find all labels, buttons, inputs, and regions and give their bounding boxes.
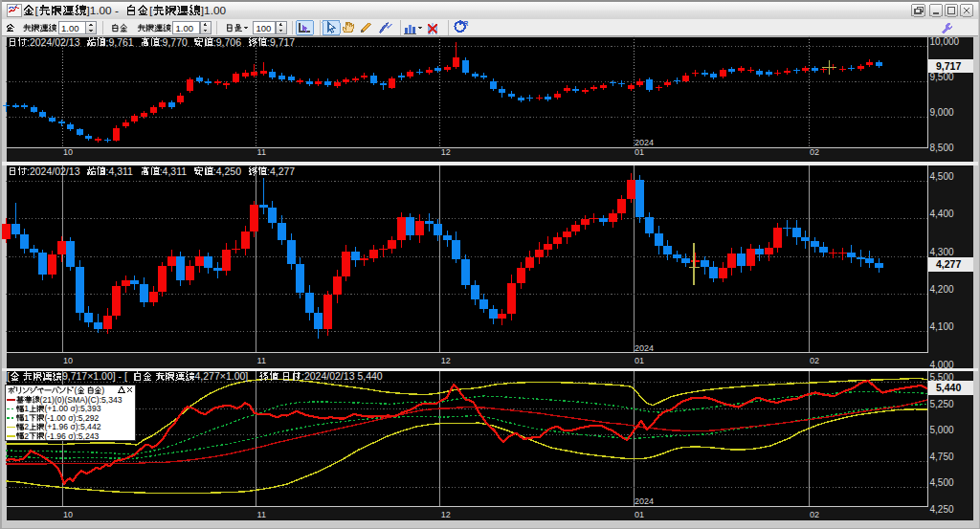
svg-text:4,300: 4,300 — [930, 247, 954, 257]
svg-text:11: 11 — [257, 356, 266, 365]
svg-text:4,277: 4,277 — [936, 258, 961, 270]
svg-text:2024: 2024 — [635, 496, 654, 506]
svg-text:): ) — [101, 386, 104, 395]
svg-text::9,770: :9,770 — [160, 36, 188, 48]
svg-text:(-1.96 σ):5,243: (-1.96 σ):5,243 — [44, 431, 99, 441]
svg-text:2024: 2024 — [635, 138, 654, 147]
svg-text:01: 01 — [635, 356, 644, 365]
svg-text:4,500: 4,500 — [930, 171, 954, 182]
svg-text:(+1.96 σ):5,442: (+1.96 σ):5,442 — [44, 422, 100, 431]
svg-text:4,500: 4,500 — [930, 477, 954, 488]
svg-text:01: 01 — [635, 510, 644, 519]
svg-text:4,200: 4,200 — [930, 284, 954, 295]
svg-text:11: 11 — [257, 510, 266, 519]
svg-text:(: ( — [74, 386, 77, 395]
svg-text:4,100: 4,100 — [930, 321, 954, 332]
svg-text:R: R — [464, 20, 469, 27]
svg-text:11: 11 — [257, 147, 266, 157]
svg-text::4,311: :4,311 — [106, 165, 134, 177]
svg-text:10: 10 — [63, 356, 73, 365]
svg-text:4,750: 4,750 — [930, 452, 954, 462]
svg-text:02: 02 — [810, 147, 819, 157]
svg-text:1.00: 1.00 — [61, 23, 79, 33]
svg-text::2024/02/13: :2024/02/13 — [27, 36, 80, 48]
svg-text:5,250: 5,250 — [930, 399, 954, 409]
svg-text:2024: 2024 — [635, 343, 654, 353]
svg-text:10: 10 — [63, 147, 73, 157]
svg-text:100: 100 — [256, 23, 272, 33]
svg-text:12: 12 — [441, 510, 451, 519]
svg-text:02: 02 — [810, 356, 819, 365]
svg-text:5,000: 5,000 — [930, 425, 954, 435]
svg-text:10: 10 — [63, 510, 73, 519]
svg-text:5,440: 5,440 — [936, 382, 961, 393]
svg-text::2024/02/13: :2024/02/13 — [27, 165, 80, 177]
svg-text:]1.00: ]1.00 — [201, 4, 227, 17]
svg-text:1.00: 1.00 — [176, 23, 194, 33]
svg-text:12: 12 — [441, 356, 451, 365]
svg-text:9,500: 9,500 — [930, 72, 954, 82]
svg-text:10,000: 10,000 — [930, 36, 960, 47]
svg-text::4,250: :4,250 — [213, 165, 241, 177]
svg-text:02: 02 — [810, 510, 819, 519]
svg-text:9,000: 9,000 — [930, 107, 954, 118]
svg-text:4,277×1.00]: 4,277×1.00] — [195, 370, 249, 382]
svg-text:01: 01 — [635, 147, 644, 157]
svg-text:(+1.00 σ):5,393: (+1.00 σ):5,393 — [44, 404, 100, 413]
svg-text:]1.00 -: ]1.00 - — [86, 4, 119, 17]
svg-text:9,717: 9,717 — [936, 60, 961, 72]
svg-text:[: [ — [7, 370, 10, 382]
svg-text::2024/02/13 5,440: :2024/02/13 5,440 — [301, 370, 383, 382]
svg-text::9,717: :9,717 — [267, 36, 295, 48]
svg-text:12: 12 — [441, 147, 451, 157]
svg-text:2: 2 — [24, 431, 29, 441]
svg-text:1: 1 — [24, 404, 29, 413]
svg-text::9,761: :9,761 — [106, 36, 134, 48]
svg-text::9,706: :9,706 — [213, 36, 241, 48]
svg-text:4,250: 4,250 — [930, 504, 954, 515]
svg-text:4,400: 4,400 — [930, 209, 954, 219]
svg-text::4,277: :4,277 — [267, 165, 295, 177]
svg-text:2: 2 — [24, 422, 29, 431]
svg-text:9,717×1.00] - [: 9,717×1.00] - [ — [62, 370, 127, 382]
svg-text::4,311: :4,311 — [160, 165, 188, 177]
svg-text:8,500: 8,500 — [930, 143, 954, 153]
